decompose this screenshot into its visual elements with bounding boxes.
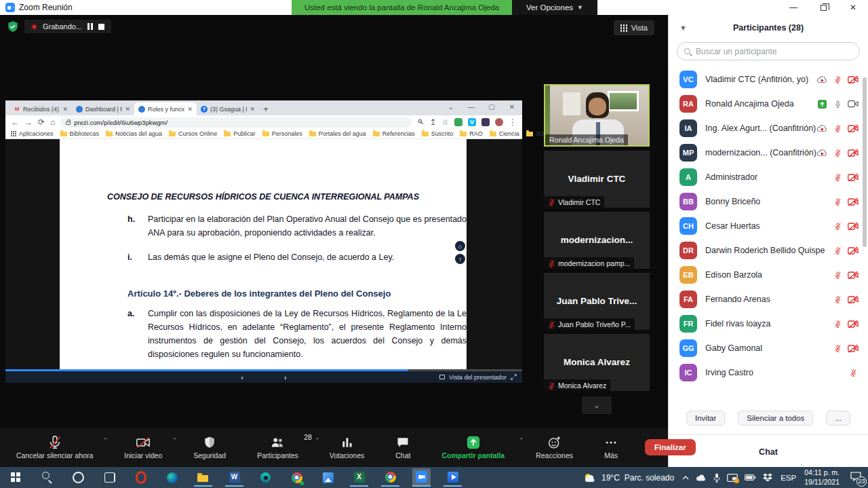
security-button[interactable]: Seguridad xyxy=(189,434,230,460)
language-indicator[interactable]: ESP xyxy=(781,474,796,482)
reactions-button[interactable]: Reacciones xyxy=(532,434,577,460)
reload-icon[interactable]: ⟳ xyxy=(38,118,45,126)
back-icon[interactable]: ← xyxy=(11,118,19,126)
cortana-icon[interactable] xyxy=(69,468,87,487)
battery-icon[interactable] xyxy=(745,474,756,481)
pause-recording-button[interactable] xyxy=(87,23,93,30)
invite-button[interactable]: Invitar xyxy=(686,411,725,426)
chat-button[interactable]: Chat xyxy=(391,434,414,460)
tab-close-icon[interactable]: ✕ xyxy=(62,106,68,113)
participants-button[interactable]: Participantes 28 ⌃ xyxy=(253,434,302,460)
video-tile[interactable]: Monica Alvarez Monica Alvarez xyxy=(544,334,650,391)
more-button[interactable]: Más xyxy=(600,434,622,460)
browser-menu-icon[interactable]: ⋮ xyxy=(509,118,517,126)
next-slide-button[interactable]: › xyxy=(284,373,287,381)
mic-options-chevron[interactable]: ⌃ xyxy=(103,437,108,444)
end-meeting-button[interactable]: Finalizar xyxy=(645,439,696,455)
bookmark-folder[interactable]: Noticias del agua xyxy=(106,130,162,137)
notification-center-button[interactable]: 23 xyxy=(850,472,861,484)
view-layout-button[interactable]: Vista xyxy=(614,20,654,35)
video-tile[interactable]: modernizacion... modernizacion pamp... xyxy=(544,212,650,269)
bookmark-star-icon[interactable]: ☆ xyxy=(441,118,449,126)
chrome-icon[interactable] xyxy=(381,468,399,487)
participant-row[interactable]: GG Gaby Gamonal xyxy=(669,336,868,360)
browser-minimize-button[interactable]: — xyxy=(461,100,481,113)
extension-dark-icon[interactable] xyxy=(481,118,490,126)
tab-close-icon[interactable]: ✕ xyxy=(250,106,255,113)
bookmark-folder[interactable]: Cursos Online xyxy=(169,130,217,137)
screen-cast-icon[interactable] xyxy=(727,474,738,482)
mute-all-button[interactable]: Silenciar a todos xyxy=(738,411,813,426)
participant-row[interactable]: FR Fidel rivas loayza xyxy=(669,312,868,336)
home-icon[interactable]: ⌂ xyxy=(50,118,55,126)
microphone-tray-icon[interactable] xyxy=(713,473,720,483)
opera-icon[interactable] xyxy=(132,468,150,487)
chrome-e-icon[interactable] xyxy=(288,468,306,487)
panel-scrollbar[interactable] xyxy=(863,77,867,247)
participant-search[interactable] xyxy=(677,42,860,60)
bookmark-folder[interactable]: RAO xyxy=(460,130,483,137)
apps-shortcut[interactable]: Aplicaciones xyxy=(11,130,54,137)
video-options-chevron[interactable]: ⌃ xyxy=(172,437,178,444)
minimize-button[interactable]: — xyxy=(778,0,808,15)
video-tile[interactable]: Juan Pablo Trive... Juan Pablo Triveño P… xyxy=(544,273,650,330)
participant-row[interactable]: CH Cesar Huertas xyxy=(669,214,868,238)
participant-row[interactable]: IC Irving Castro xyxy=(669,360,868,385)
file-explorer-icon[interactable] xyxy=(194,468,212,487)
start-icon[interactable] xyxy=(7,468,25,487)
extension-green-icon[interactable] xyxy=(454,118,462,126)
zoom-search-icon[interactable]: 🔍︎ xyxy=(417,119,424,126)
edge-icon[interactable] xyxy=(163,468,181,487)
share-page-icon[interactable]: ↥ xyxy=(429,118,436,126)
tab-search-chevron-icon[interactable]: ⌄ xyxy=(441,100,461,113)
browser-tab[interactable]: Recibidos (4) - ronaldancajima ✕ xyxy=(9,102,72,115)
chevron-down-icon[interactable]: ▼ xyxy=(679,24,687,32)
browser-tab[interactable]: Roles y funciones del CRHC Pam ✕ xyxy=(134,102,197,115)
browser-close-button[interactable]: ✕ xyxy=(502,100,522,113)
bookmark-folder[interactable]: Portales del agua xyxy=(309,130,366,137)
task-view-icon[interactable] xyxy=(100,468,119,487)
browser-tab[interactable]: (3) Gsagua | Facebook ✕ xyxy=(197,102,259,115)
presenter-view-group[interactable]: Vista del presentador xyxy=(439,374,522,381)
search-input[interactable] xyxy=(694,46,852,57)
teal-app-icon[interactable] xyxy=(256,468,275,487)
participant-row[interactable]: EB Edison Barzola xyxy=(669,263,868,287)
search-icon[interactable] xyxy=(38,468,56,487)
excel-icon[interactable] xyxy=(350,468,368,487)
forward-icon[interactable]: → xyxy=(24,118,33,126)
video-tile[interactable]: Vladimir CTC Vladimir CTC xyxy=(544,151,650,208)
share-screen-button[interactable]: Compartir pantalla ⌃ xyxy=(437,434,509,460)
bookmark-folder[interactable]: Suscrito xyxy=(422,130,454,137)
movies-tv-icon[interactable] xyxy=(443,468,462,487)
word-icon[interactable] xyxy=(225,468,243,487)
bookmark-folder[interactable]: Personales xyxy=(262,130,302,137)
tab-close-icon[interactable]: ✕ xyxy=(187,106,193,113)
clock[interactable]: 04:11 p. m. 19/11/2021 xyxy=(804,468,840,486)
browser-tab[interactable]: Dashboard | Prezi ✕ xyxy=(72,102,134,115)
unmute-button[interactable]: Cancelar silenciar ahora ⌃ xyxy=(12,434,97,460)
more-actions-button[interactable]: ... xyxy=(826,411,850,426)
participant-row[interactable]: RA Ronald Ancajima Ojeda xyxy=(669,92,868,116)
vimeo-extension-icon[interactable]: V xyxy=(468,118,476,126)
fullscreen-icon[interactable] xyxy=(511,374,517,380)
home-circle-button[interactable]: ⌂ xyxy=(455,241,465,251)
scroll-top-button[interactable]: ↑ xyxy=(455,254,465,264)
new-tab-button[interactable]: + xyxy=(259,102,273,115)
polls-button[interactable]: Votaciones xyxy=(326,434,368,460)
view-options-button[interactable]: Ver Opciones▼ xyxy=(512,0,597,15)
participant-row[interactable]: A Administrador xyxy=(669,165,868,189)
bookmark-folder[interactable]: Ciencia xyxy=(490,130,519,137)
participant-row[interactable]: IA Ing. Alex Agurt... (Coanfitrión) xyxy=(669,116,868,140)
browser-restore-button[interactable]: ▢ xyxy=(481,100,502,113)
previous-slide-button[interactable]: ‹ xyxy=(241,373,243,381)
weather-widget[interactable]: 19°C Parc. soleado xyxy=(583,473,674,483)
participant-row[interactable]: MP modernizacion... (Coanfitrión) xyxy=(669,140,868,165)
active-speaker-video[interactable]: Ronald Ancajima Ojeda xyxy=(544,84,650,147)
participant-row[interactable]: VC Vladimir CTC (Anfitrión, yo) xyxy=(669,67,868,92)
participants-header[interactable]: ▼ Participantes (28) xyxy=(669,15,868,41)
url-field[interactable]: prezi.com/p/edit/6iu6wp3pkwgm/ xyxy=(60,117,412,128)
onedrive-icon[interactable] xyxy=(696,474,707,481)
chat-header[interactable]: ▼ Chat xyxy=(669,440,868,464)
restore-button[interactable] xyxy=(808,0,838,15)
profile-avatar[interactable] xyxy=(495,118,503,126)
